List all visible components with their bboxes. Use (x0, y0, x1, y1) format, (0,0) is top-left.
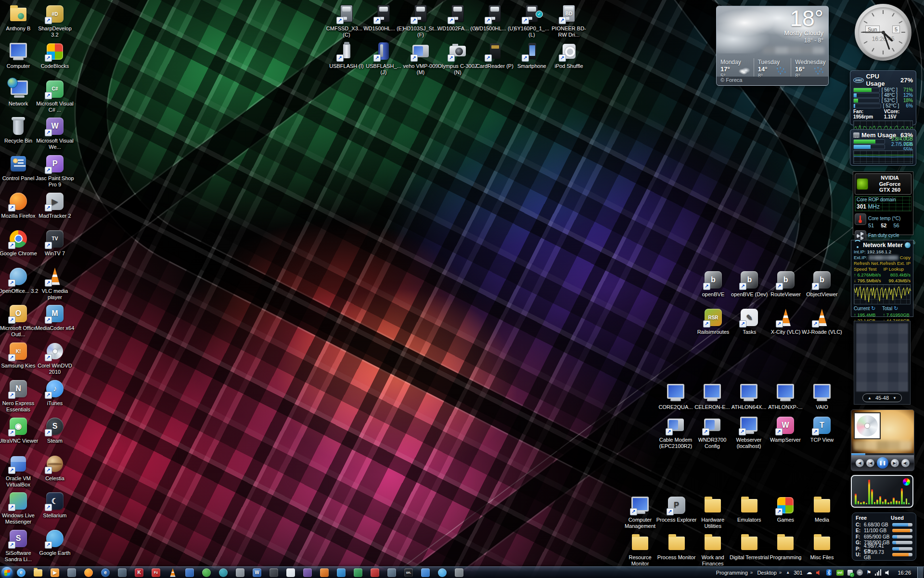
desktop-icon-nero-express-essentials[interactable]: NNero Express Essentials (0, 379, 39, 413)
desktop-icon-anthony-b[interactable]: Anthony B (0, 4, 39, 32)
desktop-icon-mozilla-firefox[interactable]: Mozilla Firefox (0, 191, 39, 219)
desktop-icon-wd1002fa-g[interactable]: WD1002FA... (G) (437, 4, 478, 32)
desktop-icon-tcp-view[interactable]: TTCP View (801, 415, 843, 443)
taskbar-app[interactable] (421, 568, 430, 578)
desktop-icon-6y160p0-1-l[interactable]: ✓6Y160P0_1_... (L) (511, 4, 552, 38)
speed-test-link[interactable]: Speed Test (854, 266, 876, 272)
taskbar-app[interactable] (67, 568, 77, 578)
toolbar-desktop[interactable]: Desktop» (757, 570, 782, 576)
desktop-icon-olympus-c-300z-n[interactable]: Olympus C-300Z (N) (437, 41, 478, 76)
show-desktop-button[interactable] (917, 567, 923, 578)
taskbar-app[interactable]: on. (404, 568, 413, 578)
desktop-icon-computer-management[interactable]: Computer Management (619, 495, 661, 529)
desktop-icon-madtracker-2[interactable]: ▶MadTracker 2 (34, 191, 76, 219)
desktop-icon-athlonxp[interactable]: ATHLONXP-... (765, 382, 806, 410)
media-next-button[interactable]: ▶| (891, 459, 899, 467)
desktop-icon-wintv-7[interactable]: TVWinTV 7 (34, 229, 76, 257)
tray-temp[interactable]: 301 (794, 570, 802, 576)
copy-link[interactable]: Copy (900, 255, 911, 260)
taskbar-app[interactable] (387, 568, 397, 578)
desktop-icon-usbflash-i[interactable]: USBFLASH (I) (326, 41, 367, 69)
desktop-icon-ipod-shuffle[interactable]: iPod Shuffle (548, 41, 590, 69)
desktop-icon-webserver-localhost[interactable]: Webserver (localhost) (728, 415, 770, 449)
desktop-icon-samsung-kies[interactable]: K!Samsung Kies (0, 341, 39, 369)
desktop-icon-vlc-media-player[interactable]: VLC media player (34, 266, 76, 301)
desktop-icon-smartphone[interactable]: Smartphone (511, 41, 552, 69)
desktop-icon-sisoftware-sandra-li[interactable]: SSiSoftware Sandra Li... (0, 528, 39, 563)
desktop-icon-network[interactable]: Network (0, 79, 39, 107)
taskbar-app[interactable] (185, 568, 194, 578)
taskbar-internet-explorer[interactable]: e (16, 568, 26, 578)
desktop-icon-resource-monitor[interactable]: Resource Monitor (619, 533, 661, 567)
taskbar-app[interactable] (454, 568, 464, 578)
media-volume-button[interactable]: ◀) (901, 459, 910, 467)
start-button[interactable] (1, 567, 13, 578)
media-back-button[interactable]: ◀ (856, 459, 864, 467)
taskbar-app[interactable] (370, 568, 380, 578)
refresh-current-icon[interactable]: ↻ (871, 305, 875, 312)
desktop-icon-microsoft-office-outl[interactable]: OMicrosoft Office Outl... (0, 303, 39, 338)
desktop-icon-microsoft-visual-c[interactable]: C#Microsoft Visual C# ... (34, 79, 76, 113)
toolbar-programming[interactable]: Programming» (716, 570, 753, 576)
cpu-usage-gadget[interactable]: intel CPU Usage 27% [ 56°C ]71%[ 48°C ]1… (850, 70, 916, 125)
weather-gadget[interactable]: 18° Mostly Cloudy 18° - 8° Monday17°5°Tu… (716, 6, 829, 86)
desktop-icon-jasc-paint-shop-pro-9[interactable]: PJasc Paint Shop Pro 9 (34, 154, 76, 188)
desktop-icon-celestia[interactable]: Celestia (34, 454, 76, 482)
pager-gadget[interactable]: ▲ 45-48 ▼ (854, 321, 911, 405)
taskbar-filezilla[interactable]: Fz (151, 568, 161, 578)
desktop-icon-wndr3700-config[interactable]: WNDR3700 Config (692, 415, 733, 449)
desktop-icon-programming[interactable]: Programming (765, 533, 806, 561)
taskbar-app[interactable] (303, 568, 312, 578)
media-pause-button[interactable]: ❚❚ (877, 457, 888, 469)
desktop-icon-oracle-vm-virtualbox[interactable]: Oracle VM VirtualBox (0, 454, 39, 488)
desktop-icon-pioneer-bd-rw-dri[interactable]: BDPIONEER BD-RW Dri... (548, 4, 590, 38)
pager-up-icon[interactable]: ▲ (868, 396, 872, 400)
refresh-total-icon[interactable]: ↻ (894, 305, 898, 312)
audio-spectrum-gadget[interactable] (851, 475, 913, 508)
ip-lookup-link[interactable]: IP Lookup (883, 266, 904, 272)
taskbar-app[interactable] (269, 568, 279, 578)
taskbar-app[interactable] (336, 568, 346, 578)
taskbar-vlc[interactable] (168, 568, 178, 578)
desktop-icon-steam[interactable]: SSteam (34, 416, 76, 444)
color-wheel-icon[interactable] (902, 478, 911, 486)
taskbar-app[interactable] (353, 568, 363, 578)
desktop-icon-corel-windvd-2010[interactable]: Corel WinDVD 2010 (34, 341, 76, 375)
desktop-icon-openoffice-3-2[interactable]: OpenOffice... 3.2 (0, 266, 39, 294)
media-previous-button[interactable]: |◀ (866, 459, 874, 467)
desktop-icon-process-explorer[interactable]: PProcess Explorer (656, 495, 697, 523)
desktop-icon-hardware-utilities[interactable]: Hardware Utilities (692, 495, 733, 529)
desktop-icon-cmfssd-x3-7-c[interactable]: CMFSSD_X3... 7 (C) (326, 4, 367, 38)
desktop-icon-railsimroutes[interactable]: RSRRailsimroutes (693, 307, 734, 335)
memory-usage-gadget[interactable]: Mem Usage 63% 2.8/4.0GB 71%2.7/5.0GB 55% (850, 129, 916, 166)
desktop-icon-recycle-bin[interactable]: Recycle Bin (0, 116, 39, 144)
desktop-icon-codeblocks[interactable]: CodeBlocks (34, 41, 76, 69)
taskbar-browser[interactable]: e (101, 568, 110, 578)
clock-gadget[interactable]: Sun 5 16:26:45 (855, 4, 911, 61)
desktop-icon-google-chrome[interactable]: Google Chrome (0, 229, 39, 257)
desktop-icon-wd1500hl-u[interactable]: WD1500HL... (U) (474, 4, 515, 32)
taskbar-firefox[interactable] (84, 568, 93, 578)
chevron-icon[interactable]: » (779, 570, 782, 575)
tray-chevron[interactable]: ▲ (786, 570, 790, 575)
desktop-icon-cable-modem-epc2100r2[interactable]: Cable Modem (EPC2100R2) (655, 415, 696, 449)
desktop-icon-athlon64x[interactable]: ATHLON64X... (728, 382, 770, 410)
desktop-icon-openbve[interactable]: bopenBVE (693, 270, 734, 298)
taskbar-app[interactable] (202, 568, 211, 578)
desktop-icon-veho-vmp-009-m[interactable]: veho VMP-009 (M) (400, 41, 441, 76)
tray-usb[interactable] (847, 570, 853, 576)
tray-action-center-flag[interactable]: ⚑ (867, 569, 872, 576)
chevron-icon[interactable]: » (750, 570, 753, 575)
refresh-ext-ip-link[interactable]: Refresh Ext. IP (880, 261, 911, 266)
desktop-icon-computer[interactable]: Computer (0, 41, 39, 69)
desktop-icon-microsoft-visual-we[interactable]: WMicrosoft Visual We... (34, 116, 76, 150)
tray-eject[interactable]: – (857, 569, 863, 576)
tray-ovi[interactable]: ovi (836, 570, 844, 576)
taskbar-clock[interactable]: 16:26 (896, 570, 913, 576)
tray-volume-muted[interactable] (816, 569, 822, 576)
desktop-icon-process-monitor[interactable]: Process Monitor (656, 533, 697, 561)
pager-down-icon[interactable]: ▼ (893, 396, 897, 400)
desktop-icon-celeron-e[interactable]: CELERON-E... (692, 382, 733, 410)
pager-control[interactable]: ▲ 45-48 ▼ (862, 394, 902, 402)
desktop-icon-media[interactable]: Media (801, 495, 843, 523)
